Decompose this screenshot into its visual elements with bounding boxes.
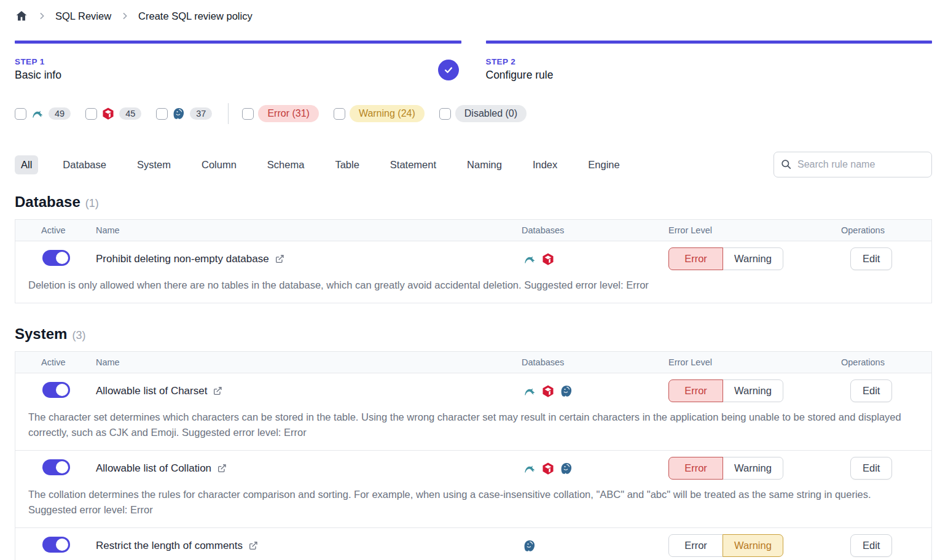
edit-button[interactable]: Edit: [850, 379, 892, 402]
breadcrumb: SQL Review Create SQL review policy: [15, 7, 932, 25]
rule-active-toggle[interactable]: [42, 382, 70, 398]
home-icon[interactable]: [15, 9, 28, 23]
step-2[interactable]: STEP 2 Configure rule: [486, 41, 933, 82]
rule-prohibit-deleting-non-empty-database: Prohibit deleting non-empty database Err…: [15, 241, 931, 303]
external-link-icon[interactable]: [275, 254, 284, 264]
postgres-icon: [560, 462, 573, 475]
rule-description: The character set determines which chara…: [15, 408, 931, 450]
tidb-icon: [541, 462, 555, 475]
breadcrumb-sql-review[interactable]: SQL Review: [55, 10, 111, 22]
col-active: Active: [15, 357, 96, 367]
tab-table[interactable]: Table: [329, 155, 365, 174]
warning-level-button[interactable]: Warning: [723, 247, 783, 270]
section-head-database: Database (1): [15, 193, 932, 211]
tidb-icon: [541, 252, 555, 266]
section-count: (3): [72, 329, 85, 342]
filter-divider: [228, 103, 229, 124]
rule-name: Allowable list of Collation: [96, 462, 211, 475]
filter-error[interactable]: Error (31): [242, 105, 318, 122]
section-title: Database: [15, 193, 80, 211]
step-1-completed-check-icon: [438, 60, 459, 80]
col-operations: Operations: [840, 357, 931, 367]
external-link-icon[interactable]: [213, 386, 222, 396]
chevron-right-icon: [37, 11, 47, 21]
search-input[interactable]: [774, 152, 932, 177]
tab-index[interactable]: Index: [527, 155, 563, 174]
breadcrumb-create-policy: Create SQL review policy: [138, 10, 253, 22]
tab-database[interactable]: Database: [57, 155, 112, 174]
error-level-button[interactable]: Error: [668, 457, 723, 480]
error-level-button[interactable]: Error: [668, 534, 723, 557]
tabs-and-search-row: All Database System Column Schema Table …: [15, 152, 932, 177]
tab-column[interactable]: Column: [195, 155, 243, 174]
warning-checkbox[interactable]: [334, 108, 345, 120]
error-level-button[interactable]: Error: [668, 247, 723, 270]
col-name: Name: [96, 357, 522, 367]
error-level-button[interactable]: Error: [668, 379, 723, 402]
disabled-checkbox[interactable]: [439, 108, 451, 120]
filter-warning[interactable]: Warning (24): [334, 105, 425, 122]
filter-disabled[interactable]: Disabled (0): [439, 105, 527, 122]
rule-name: Prohibit deleting non-empty database: [96, 253, 269, 265]
rule-active-toggle[interactable]: [42, 537, 70, 553]
filter-postgres[interactable]: 37: [156, 107, 212, 120]
col-active: Active: [15, 225, 96, 235]
step-1[interactable]: STEP 1 Basic info: [15, 41, 461, 82]
section-head-system: System (3): [15, 325, 932, 343]
tidb-icon: [541, 384, 555, 398]
step-1-label: STEP 1: [15, 57, 461, 66]
mysql-icon: [523, 252, 536, 266]
table-header: Active Name Databases Error Level Operat…: [15, 352, 931, 373]
rule-allowable-list-of-charset: Allowable list of Charset Error Warning …: [15, 373, 931, 451]
external-link-icon[interactable]: [248, 541, 258, 551]
search-icon: [780, 158, 792, 173]
search-box: [774, 152, 932, 177]
warning-level-button[interactable]: Warning: [723, 457, 783, 480]
postgres-icon: [560, 384, 573, 398]
warning-level-button[interactable]: Warning: [723, 379, 783, 402]
tab-all[interactable]: All: [15, 155, 38, 174]
chevron-right-icon: [120, 11, 130, 21]
col-databases: Databases: [522, 357, 668, 367]
external-link-icon[interactable]: [217, 464, 227, 473]
col-name: Name: [96, 225, 522, 235]
rule-name: Allowable list of Charset: [96, 385, 207, 397]
rule-restrict-the-length-of-comments: Restrict the length of comments Error Wa…: [15, 528, 931, 560]
filter-mysql[interactable]: 49: [15, 107, 71, 120]
postgres-icon: [172, 107, 186, 120]
warning-filter-pill: Warning (24): [350, 105, 425, 122]
mysql-icon: [31, 107, 44, 120]
rule-active-toggle[interactable]: [42, 250, 70, 266]
postgres-count-badge: 37: [190, 107, 212, 120]
mysql-checkbox[interactable]: [15, 108, 26, 120]
rule-description: The collation determines the rules for c…: [15, 486, 931, 527]
col-operations: Operations: [840, 225, 931, 235]
error-checkbox[interactable]: [242, 108, 254, 120]
edit-button[interactable]: Edit: [850, 534, 892, 557]
section-title: System: [15, 325, 67, 343]
mysql-icon: [523, 384, 536, 398]
col-error-level: Error Level: [668, 357, 840, 367]
tab-statement[interactable]: Statement: [384, 155, 442, 174]
tab-naming[interactable]: Naming: [461, 155, 508, 174]
rule-active-toggle[interactable]: [42, 459, 70, 475]
edit-button[interactable]: Edit: [850, 457, 892, 480]
step-1-progress-bar: [15, 41, 461, 44]
mysql-count-badge: 49: [49, 107, 71, 120]
category-tabs: All Database System Column Schema Table …: [15, 155, 626, 174]
system-rules-table: Active Name Databases Error Level Operat…: [15, 351, 932, 560]
postgres-checkbox[interactable]: [156, 108, 168, 120]
filter-tidb[interactable]: 45: [85, 107, 141, 120]
rule-name: Restrict the length of comments: [96, 540, 243, 552]
tidb-count-badge: 45: [119, 107, 141, 120]
tab-schema[interactable]: Schema: [261, 155, 311, 174]
section-count: (1): [85, 197, 99, 210]
edit-button[interactable]: Edit: [850, 247, 892, 270]
mysql-icon: [523, 462, 536, 475]
tab-engine[interactable]: Engine: [582, 155, 625, 174]
create-sql-review-policy-page: SQL Review Create SQL review policy STEP…: [0, 0, 940, 560]
col-error-level: Error Level: [668, 225, 840, 235]
warning-level-button[interactable]: Warning: [723, 534, 783, 557]
tab-system[interactable]: System: [131, 155, 177, 174]
tidb-checkbox[interactable]: [85, 108, 97, 120]
